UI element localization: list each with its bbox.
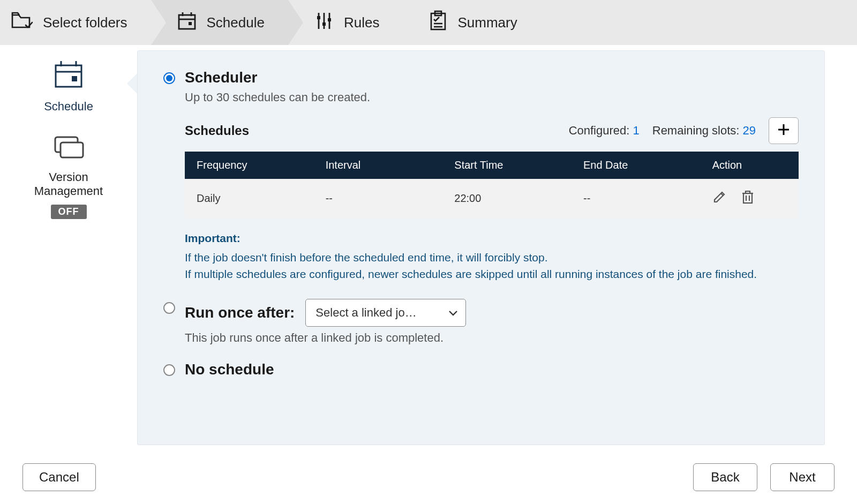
- wizard-breadcrumb: Select folders Schedule Rules: [0, 0, 857, 45]
- option-run-once[interactable]: Run once after: Select a linked jo… This…: [163, 299, 799, 345]
- calendar-icon: [177, 11, 197, 35]
- remaining-meta: Remaining slots: 29: [652, 124, 756, 138]
- edit-icon[interactable]: [712, 190, 726, 207]
- option-scheduler[interactable]: Scheduler Up to 30 schedules can be crea…: [163, 69, 799, 283]
- side-item-schedule[interactable]: Schedule: [0, 60, 137, 114]
- off-badge: OFF: [51, 205, 87, 219]
- stack-icon: [51, 134, 86, 164]
- col-frequency: Frequency: [185, 152, 314, 179]
- no-schedule-title: No schedule: [185, 361, 799, 378]
- wizard-step-schedule[interactable]: Schedule: [151, 0, 288, 45]
- svg-rect-10: [328, 18, 331, 21]
- cell-frequency: Daily: [185, 179, 314, 218]
- col-interval: Interval: [314, 152, 443, 179]
- wizard-step-label: Schedule: [207, 14, 265, 31]
- wizard-step-summary[interactable]: Summary: [403, 0, 540, 45]
- side-item-label: Version Management: [34, 170, 103, 198]
- schedules-table: Frequency Interval Start Time End Date A…: [185, 152, 799, 218]
- wizard-footer: Cancel Back Next: [0, 450, 857, 504]
- svg-rect-6: [317, 16, 320, 19]
- plus-icon: [777, 123, 790, 138]
- scheduler-subtitle: Up to 30 schedules can be created.: [185, 91, 799, 104]
- run-once-desc: This job runs once after a linked job is…: [185, 331, 799, 345]
- svg-rect-4: [189, 22, 192, 25]
- schedule-panel: Scheduler Up to 30 schedules can be crea…: [137, 50, 825, 445]
- cell-start-time: 22:00: [442, 179, 572, 218]
- side-item-label: Schedule: [44, 100, 93, 114]
- clipboard-check-icon: [428, 10, 448, 35]
- side-nav: Schedule Version Management OFF: [0, 45, 137, 450]
- cancel-button[interactable]: Cancel: [22, 463, 96, 491]
- radio-no-schedule[interactable]: [163, 364, 175, 376]
- svg-rect-0: [179, 15, 195, 29]
- svg-rect-21: [61, 142, 83, 157]
- linked-job-placeholder: Select a linked jo…: [315, 306, 416, 320]
- wizard-step-label: Summary: [457, 14, 517, 31]
- next-button[interactable]: Next: [770, 463, 835, 491]
- cell-end-date: --: [572, 179, 701, 218]
- scheduler-title: Scheduler: [185, 69, 799, 86]
- cell-interval: --: [314, 179, 443, 218]
- radio-run-once[interactable]: [163, 302, 175, 314]
- svg-rect-8: [322, 22, 326, 26]
- radio-scheduler[interactable]: [163, 72, 175, 84]
- wizard-step-select-folders[interactable]: Select folders: [0, 0, 151, 45]
- add-schedule-button[interactable]: [769, 117, 799, 144]
- svg-rect-19: [72, 76, 77, 81]
- delete-icon[interactable]: [741, 190, 754, 207]
- col-action: Action: [701, 152, 799, 179]
- svg-rect-15: [56, 65, 81, 87]
- table-row: Daily -- 22:00 --: [185, 179, 799, 218]
- back-button[interactable]: Back: [693, 463, 757, 491]
- calendar-icon: [52, 60, 85, 93]
- sliders-icon: [314, 11, 334, 35]
- svg-rect-24: [743, 193, 752, 203]
- run-once-title: Run once after:: [185, 304, 295, 321]
- col-end-date: End Date: [572, 152, 701, 179]
- side-item-version-management[interactable]: Version Management OFF: [0, 134, 137, 219]
- wizard-step-rules[interactable]: Rules: [288, 0, 403, 45]
- option-no-schedule[interactable]: No schedule: [163, 361, 799, 378]
- folder-check-icon: [11, 11, 33, 35]
- wizard-step-label: Rules: [344, 14, 379, 31]
- col-start-time: Start Time: [442, 152, 572, 179]
- configured-meta: Configured: 1: [569, 124, 640, 138]
- wizard-step-label: Select folders: [43, 14, 127, 31]
- linked-job-select[interactable]: Select a linked jo…: [305, 299, 466, 327]
- important-note: Important: If the job doesn't finish bef…: [185, 230, 799, 283]
- schedules-heading: Schedules: [185, 123, 249, 138]
- chevron-down-icon: [448, 306, 458, 320]
